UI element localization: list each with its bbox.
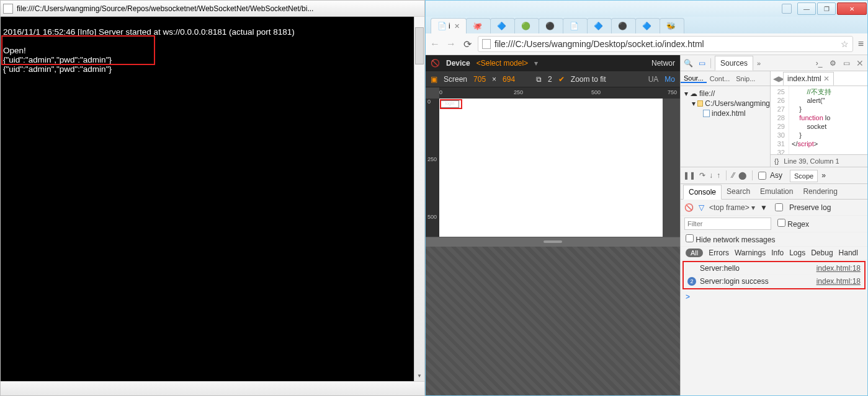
tab[interactable]: 🔷	[587, 18, 612, 33]
pause-icon[interactable]: ❚❚	[683, 171, 696, 180]
async-checkbox[interactable]	[758, 172, 766, 180]
tab-emulation[interactable]: Emulation	[755, 185, 798, 198]
level-debug[interactable]: Debug	[811, 249, 833, 257]
regex-label[interactable]: Regex	[777, 219, 809, 229]
tab[interactable]: ⚫	[539, 18, 563, 33]
network-label[interactable]: Networ	[651, 59, 675, 68]
inspect-icon[interactable]: 🔍	[683, 58, 693, 68]
dpr-icon[interactable]: ⧉	[536, 75, 542, 84]
chevron-right-icon[interactable]: »	[821, 171, 826, 180]
file-tree[interactable]: ▾☁file:// ▾C:/Users/wangming index.html	[681, 86, 770, 167]
devtools: 🔍 ▭ Sources » ›_ ⚙ ▭ ✕ Sour... Cont... S…	[680, 55, 867, 395]
rotate-icon[interactable]: ▣	[431, 75, 437, 84]
step-over-icon[interactable]: ↷	[699, 171, 705, 180]
dock-icon[interactable]: ▭	[841, 58, 851, 68]
level-all[interactable]: All	[686, 249, 703, 257]
caption-bar[interactable]: — ❐ ✕	[426, 1, 867, 17]
device-mode-icon[interactable]: ▭	[697, 58, 707, 68]
zoom-check-icon[interactable]: ✔	[558, 75, 565, 84]
tab-rendering[interactable]: Rendering	[798, 185, 842, 198]
hide-network-label: Hide network messages	[696, 235, 775, 244]
preserve-log-checkbox[interactable]	[775, 203, 783, 211]
scroll-down-icon[interactable]: ▼	[414, 371, 424, 381]
format-icon[interactable]: {}	[774, 157, 779, 165]
scroll-thumb[interactable]	[415, 27, 424, 64]
console-titlebar[interactable]: file:///C:/Users/wangming/Source/Repos/w…	[1, 1, 424, 17]
bookmark-icon[interactable]: ☆	[841, 39, 849, 49]
dpr-value[interactable]: 2	[548, 75, 552, 84]
chevron-down-icon[interactable]: ▼	[760, 203, 767, 212]
maximize-button[interactable]: ❐	[817, 2, 836, 15]
filter-input[interactable]	[684, 218, 771, 230]
chevron-down-icon[interactable]: ▾	[684, 89, 688, 98]
device-model-select[interactable]: <Select model>	[477, 59, 528, 68]
tab[interactable]: 🐝	[660, 18, 684, 33]
app-icon	[3, 4, 13, 14]
close-icon[interactable]: ✕	[454, 22, 460, 30]
level-logs[interactable]: Logs	[789, 249, 805, 257]
url-input[interactable]: file:///C:/Users/wangming/Desktop/socket…	[478, 36, 853, 52]
device-panel: 🚫 Device <Select model> ▾ Networ ▣ Scree…	[426, 55, 680, 395]
tab-active[interactable]: 📄i✕	[431, 18, 467, 33]
filter-icon[interactable]: ▽	[699, 203, 704, 212]
dock-handle[interactable]	[426, 237, 680, 247]
close-button[interactable]: ✕	[837, 2, 867, 15]
pin-icon[interactable]: ◀▶	[773, 74, 783, 83]
frame-select[interactable]: <top frame> ▾	[709, 203, 755, 212]
level-warnings[interactable]: Warnings	[735, 249, 766, 257]
scrollbar[interactable]: ▲ ▼	[414, 17, 424, 381]
chevron-down-icon[interactable]: ▾	[692, 99, 696, 108]
menu-icon[interactable]: ≡	[858, 38, 864, 50]
code-tab[interactable]: index.html ✕	[783, 72, 834, 86]
code-editor[interactable]: 2526272829303132 //不支持 alert(" } functio…	[771, 86, 867, 154]
tab[interactable]: 🔷	[635, 18, 660, 33]
devtools-block-icon[interactable]: 🚫	[431, 59, 440, 68]
chevron-down-icon[interactable]: ▾	[534, 59, 538, 68]
tab[interactable]: 🔷	[490, 18, 515, 33]
pause-exception-icon[interactable]: ⬤	[738, 171, 746, 180]
level-info[interactable]: Info	[771, 249, 784, 257]
msg-source-link[interactable]: index.html:18	[817, 277, 861, 286]
msg-source-link[interactable]: index.html:18	[817, 264, 861, 273]
zoom-label[interactable]: Zoom to fit	[571, 75, 606, 84]
navigator-tabs[interactable]: Sour... Cont... Snip...	[681, 71, 770, 86]
console-toggle-icon[interactable]: ›_	[814, 58, 824, 68]
chevron-right-icon[interactable]: »	[757, 59, 761, 67]
close-icon[interactable]: ✕	[855, 58, 865, 68]
close-icon[interactable]: ✕	[823, 74, 830, 83]
terminal-body[interactable]: 2016/11/1 16:52:46 [Info] Server started…	[1, 17, 424, 381]
deactivate-bp-icon[interactable]: ⁄⁄	[732, 171, 735, 180]
mobile-toggle[interactable]: Mo	[664, 75, 675, 84]
tab-console[interactable]: Console	[683, 185, 722, 200]
favicon: 📄	[570, 22, 579, 31]
back-button[interactable]: ←	[429, 38, 441, 50]
level-errors[interactable]: Errors	[709, 249, 729, 257]
console-row[interactable]: Server:hello index.html:18	[684, 262, 864, 275]
page-canvas[interactable]: login	[439, 99, 663, 237]
console-prompt[interactable]: >	[681, 291, 867, 303]
tab[interactable]: 🟢	[514, 18, 539, 33]
tab[interactable]: 🐙	[466, 18, 491, 33]
scope-tab[interactable]: Scope	[790, 170, 818, 182]
profile-icon[interactable]	[782, 4, 792, 14]
tab[interactable]: 📄	[563, 18, 588, 33]
screen-label: Screen	[444, 75, 467, 84]
minimize-button[interactable]: —	[797, 2, 816, 15]
clear-icon[interactable]: 🚫	[684, 203, 694, 212]
tab-search[interactable]: Search	[722, 185, 755, 198]
reload-button[interactable]: ⟳	[462, 38, 473, 50]
regex-checkbox[interactable]	[777, 219, 785, 227]
step-out-icon[interactable]: ↑	[717, 171, 720, 180]
hide-network-checkbox[interactable]	[686, 234, 694, 242]
width-input[interactable]: 705	[473, 75, 486, 84]
console-row[interactable]: 2 Server:login success index.html:18	[684, 275, 864, 288]
gear-icon[interactable]: ⚙	[828, 58, 838, 68]
tab[interactable]: ⚫	[611, 18, 636, 33]
step-into-icon[interactable]: ↓	[709, 171, 713, 180]
sources-split: Sour... Cont... Snip... ▾☁file:// ▾C:/Us…	[681, 71, 867, 167]
favicon: 🔷	[642, 22, 651, 31]
level-handled[interactable]: Handl	[839, 249, 858, 257]
height-input[interactable]: 694	[503, 75, 515, 84]
device-rulers: 0 250 500 750 0 250 500 750 1000 1250 lo…	[426, 87, 680, 237]
tab-sources[interactable]: Sources	[715, 56, 753, 71]
